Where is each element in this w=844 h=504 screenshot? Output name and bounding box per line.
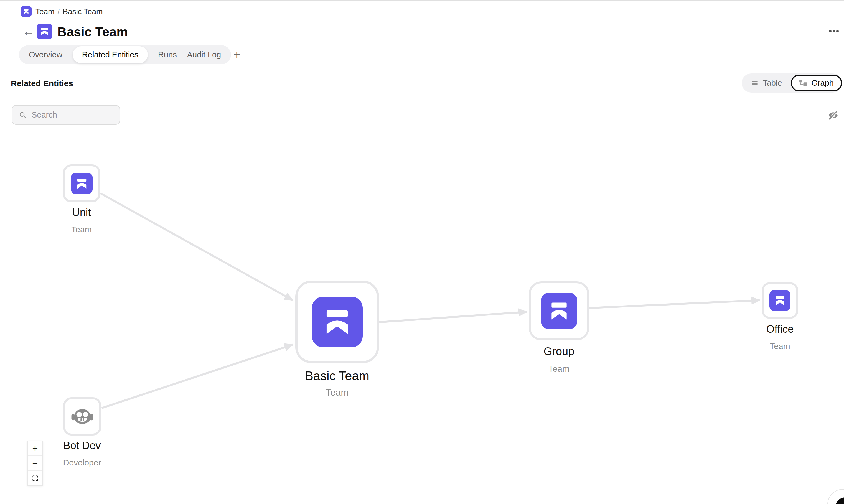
eye-slash-icon[interactable]	[827, 110, 839, 121]
table-icon	[751, 79, 759, 87]
tab-related-entities[interactable]: Related Entities	[73, 46, 148, 63]
tab-overview[interactable]: Overview	[29, 50, 62, 59]
node-label: Group	[543, 345, 574, 358]
edge-unit-to-basic-team	[101, 193, 293, 300]
node-type: Team	[770, 342, 790, 351]
node-type: Team	[71, 225, 91, 234]
section-title: Related Entities	[11, 79, 73, 88]
frame-corners-icon	[32, 474, 39, 482]
ellipsis-icon	[829, 30, 831, 33]
tab-bar: Overview Related Entities Runs Audit Log	[19, 45, 231, 64]
graph-node-bot-dev[interactable]: Bot Dev Developer	[63, 397, 101, 435]
page-title: Basic Team	[57, 24, 128, 39]
breadcrumb-team[interactable]: Team	[35, 7, 54, 16]
breadcrumb-basic-team[interactable]: Basic Team	[62, 7, 103, 16]
help-button[interactable]: ?	[827, 489, 844, 504]
team-flag-icon	[21, 6, 32, 17]
fit-view-button[interactable]	[28, 471, 42, 485]
add-tab-button[interactable]: +	[229, 47, 245, 63]
node-card	[295, 281, 379, 363]
back-button[interactable]: ←	[22, 25, 34, 38]
breadcrumb-separator: /	[57, 7, 60, 16]
tab-audit-log[interactable]: Audit Log	[187, 50, 221, 59]
question-mark-icon: ?	[835, 497, 844, 504]
more-options-button[interactable]	[829, 28, 839, 34]
zoom-out-button[interactable]: −	[28, 456, 42, 471]
view-table-button[interactable]: Table	[751, 78, 782, 88]
zoom-in-button[interactable]: +	[28, 442, 42, 456]
robot-icon	[71, 405, 94, 428]
view-graph-label: Graph	[811, 78, 834, 88]
breadcrumb: Team / Basic Team	[21, 6, 103, 17]
team-flag-icon	[769, 290, 790, 311]
team-flag-icon	[71, 173, 93, 194]
graph-node-group[interactable]: Group Team	[529, 282, 589, 340]
edge-bot-dev-to-basic-team	[102, 345, 293, 408]
entity-team-flag-icon	[37, 23, 52, 39]
top-divider	[0, 0, 844, 1]
node-card	[762, 282, 798, 319]
search-icon	[19, 111, 26, 119]
org-chart-icon	[799, 79, 808, 87]
team-flag-icon	[312, 296, 363, 347]
graph-node-unit[interactable]: Unit Team	[63, 164, 101, 202]
search-box	[12, 105, 120, 125]
relation-edges	[0, 0, 844, 504]
node-type: Developer	[63, 458, 101, 467]
view-graph-button[interactable]: Graph	[791, 75, 842, 91]
edge-group-to-office	[590, 300, 760, 308]
node-type: Team	[325, 387, 348, 398]
graph-node-office[interactable]: Office Team	[762, 282, 798, 319]
node-card	[63, 164, 101, 202]
node-type: Team	[549, 364, 570, 374]
view-toggle: Table Graph	[742, 73, 842, 93]
node-card	[529, 282, 589, 340]
view-table-label: Table	[763, 78, 782, 88]
zoom-controls: + −	[27, 441, 43, 486]
node-label: Unit	[72, 206, 91, 218]
node-label: Bot Dev	[63, 440, 101, 452]
entity-page: Team / Basic Team ← Basic Team Overview …	[0, 0, 844, 504]
node-label: Office	[766, 323, 794, 335]
edge-basic-team-to-group	[379, 312, 527, 322]
node-label: Basic Team	[305, 369, 369, 383]
node-card	[63, 397, 101, 435]
tab-runs[interactable]: Runs	[158, 50, 177, 59]
team-flag-icon	[541, 293, 577, 329]
graph-node-basic-team[interactable]: Basic Team Team	[295, 281, 379, 363]
search-input[interactable]	[31, 110, 120, 120]
